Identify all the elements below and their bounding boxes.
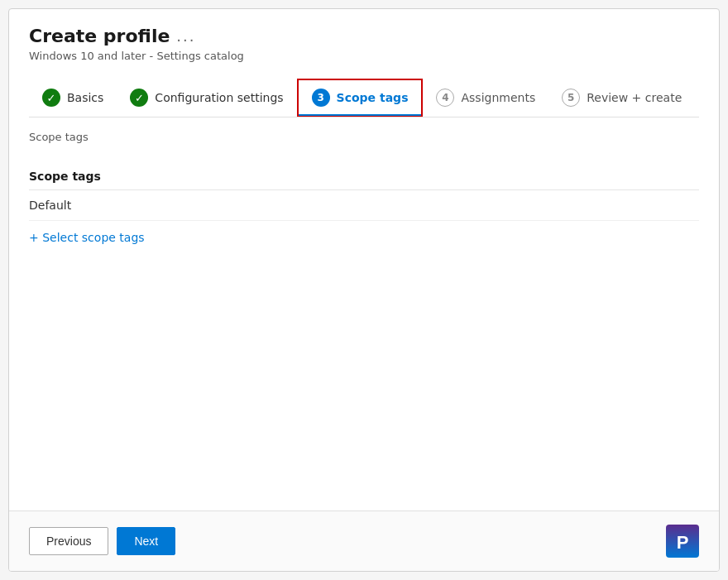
previous-button[interactable]: Previous <box>29 527 108 555</box>
tab-assignments-label: Assignments <box>461 91 535 104</box>
page-subtitle: Windows 10 and later - Settings catalog <box>29 50 699 62</box>
tab-review[interactable]: 5 Review + create <box>548 80 695 115</box>
page-title: Create profile <box>29 26 170 46</box>
page-header: Create profile ... Windows 10 and later … <box>9 9 719 117</box>
tab-basics-circle: ✓ <box>42 89 60 107</box>
tab-review-label: Review + create <box>587 91 682 104</box>
checkmark-icon-2: ✓ <box>135 92 144 104</box>
select-scope-tags-link[interactable]: + Select scope tags <box>29 231 145 244</box>
tab-scope-tags-label: Scope tags <box>337 91 409 104</box>
main-content: Scope tags Scope tags Default + Select s… <box>9 117 719 510</box>
tab-configuration[interactable]: ✓ Configuration settings <box>117 80 296 115</box>
svg-text:P: P <box>677 532 689 553</box>
tab-review-number: 5 <box>568 92 574 103</box>
more-options-icon[interactable]: ... <box>176 27 195 45</box>
main-window: Create profile ... Windows 10 and later … <box>8 8 720 572</box>
tab-assignments-number: 4 <box>442 92 448 103</box>
footer-buttons: Previous Next <box>29 527 175 555</box>
tab-assignments-circle: 4 <box>436 89 454 107</box>
breadcrumb: Scope tags <box>29 131 699 143</box>
tab-scope-tags-number: 3 <box>317 92 323 103</box>
tab-basics[interactable]: ✓ Basics <box>29 80 117 115</box>
tab-configuration-circle: ✓ <box>130 89 148 107</box>
brand-logo: P <box>666 525 699 558</box>
tab-scope-tags[interactable]: 3 Scope tags <box>297 79 424 117</box>
tab-assignments[interactable]: 4 Assignments <box>423 80 548 115</box>
scope-tags-default-value: Default <box>29 190 699 221</box>
scope-tags-header: Scope tags <box>29 160 699 190</box>
next-button[interactable]: Next <box>117 527 175 555</box>
checkmark-icon: ✓ <box>47 92 56 104</box>
tab-review-circle: 5 <box>562 89 580 107</box>
tab-basics-label: Basics <box>67 91 103 104</box>
tab-configuration-label: Configuration settings <box>155 91 283 104</box>
footer: Previous Next P <box>9 510 719 571</box>
tab-scope-tags-circle: 3 <box>312 89 330 107</box>
scope-tags-section: Scope tags Default <box>29 160 699 221</box>
tabs-navigation: ✓ Basics ✓ Configuration settings 3 Scop… <box>29 79 699 117</box>
